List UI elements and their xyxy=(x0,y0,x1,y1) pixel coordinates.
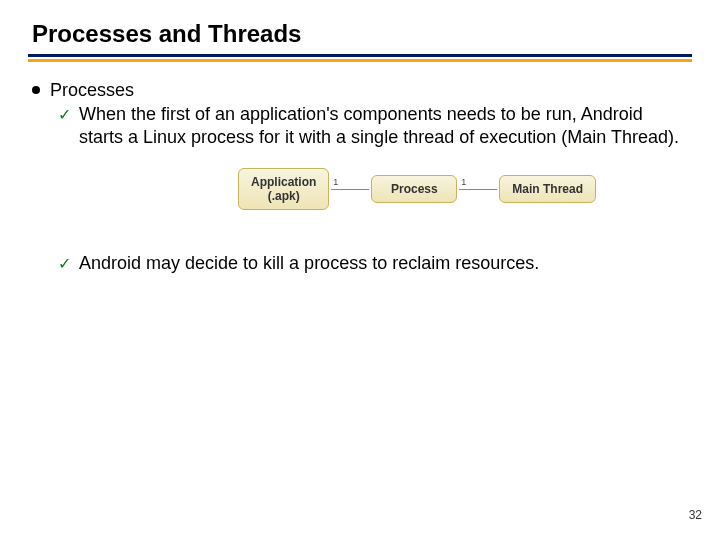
connector-1: 1 xyxy=(331,189,369,190)
bullet-dot-icon xyxy=(32,86,40,94)
connector-2: 1 xyxy=(459,189,497,190)
title-underline xyxy=(28,54,692,62)
box-application-line2: (.apk) xyxy=(251,189,316,203)
box-application-line1: Application xyxy=(251,175,316,189)
cardinality-2: 1 xyxy=(461,177,466,187)
sub-bullet-2: ✓ Android may decide to kill a process t… xyxy=(58,252,692,275)
bullet-processes: Processes xyxy=(32,80,692,101)
sub-bullet-1: ✓ When the first of an application's com… xyxy=(58,103,692,148)
page-number: 32 xyxy=(689,508,702,522)
check-icon: ✓ xyxy=(58,254,71,273)
sub-text-1: When the first of an application's compo… xyxy=(79,103,689,148)
box-application: Application (.apk) xyxy=(238,168,329,210)
box-main-thread: Main Thread xyxy=(499,175,596,203)
bullet-text: Processes xyxy=(50,80,134,101)
slide-title: Processes and Threads xyxy=(32,20,692,48)
check-icon: ✓ xyxy=(58,105,71,124)
process-diagram: Application (.apk) 1 Process 1 Main Thre… xyxy=(32,168,692,210)
cardinality-1: 1 xyxy=(333,177,338,187)
content-area: Processes ✓ When the first of an applica… xyxy=(28,80,692,275)
box-process: Process xyxy=(371,175,457,203)
sub-text-2: Android may decide to kill a process to … xyxy=(79,252,539,275)
